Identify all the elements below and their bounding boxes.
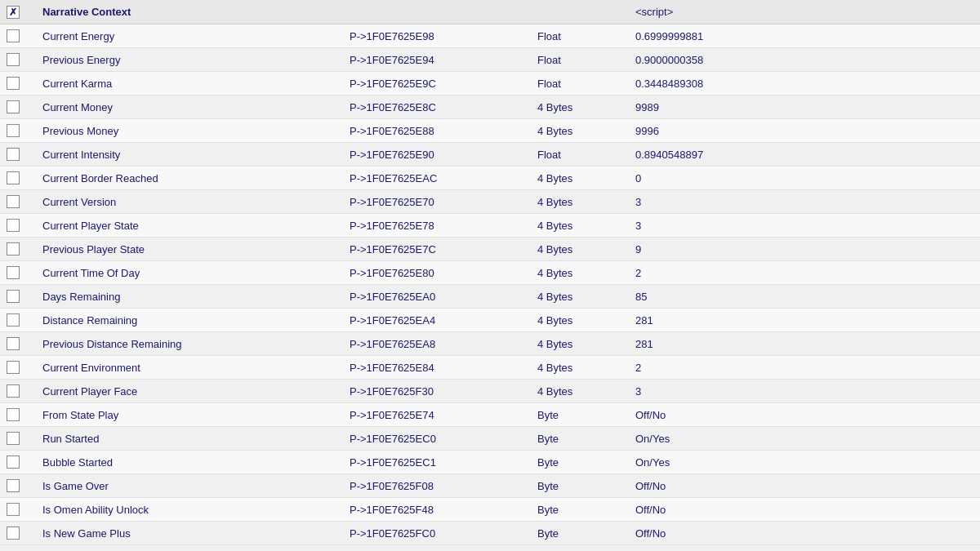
row-check-col [7,148,39,161]
row-name: Run Started [39,433,350,445]
row-name: Current Environment [39,362,350,374]
row-type: Byte [537,433,635,445]
row-name: Current Energy [39,30,350,42]
table-row: Current Energy P->1F0E7625E98 Float 0.69… [0,24,980,48]
row-type: 4 Bytes [537,314,635,327]
row-address: P->1F0E7625E80 [350,267,537,279]
row-value: 0.3448489308 [635,78,980,90]
row-address: P->1F0E7625EA8 [350,338,537,350]
row-value: 3 [635,196,980,208]
row-address: P->1F0E7625E7C [350,243,537,256]
row-address: P->1F0E7625E78 [350,220,537,232]
table-row: Current Border Reached P->1F0E7625EAC 4 … [0,167,980,190]
row-address: P->1F0E7625E70 [350,196,537,208]
row-value: 0.6999999881 [635,30,980,42]
table-row: Days Remaining P->1F0E7625EA0 4 Bytes 85 [0,285,980,309]
row-type: Float [537,149,635,161]
row-value: 3 [635,385,980,398]
row-value: 0.9000000358 [635,54,980,66]
row-check-col [7,124,39,137]
row-checkbox[interactable] [7,479,20,492]
row-name: Is New Game Plus [39,527,350,540]
row-checkbox[interactable] [7,455,20,469]
header-name-label: Narrative Context [42,6,131,18]
row-type: 4 Bytes [537,338,635,350]
row-value: 9 [635,243,980,256]
row-checkbox[interactable] [7,290,20,303]
row-checkbox[interactable] [7,100,20,113]
row-type: 4 Bytes [537,125,635,137]
row-checkbox[interactable] [7,53,20,66]
row-check-col [7,219,39,232]
row-check-col [7,527,39,540]
row-check-col [7,77,39,90]
row-check-col [7,337,39,350]
row-type: Byte [537,409,635,421]
row-address: P->1F0E7625F08 [350,480,537,492]
row-name: Previous Distance Remaining [39,338,350,350]
row-checkbox[interactable] [7,29,20,42]
row-checkbox[interactable] [7,266,20,279]
table-row: Current Time Of Day P->1F0E7625E80 4 Byt… [0,261,980,285]
table-row: Current Version P->1F0E7625E70 4 Bytes 3 [0,190,980,214]
row-type: 4 Bytes [537,101,635,113]
row-value: 2 [635,267,980,279]
row-address: P->1F0E7625E98 [350,30,537,42]
row-checkbox[interactable] [7,219,20,232]
row-value: 0.8940548897 [635,149,980,161]
row-name: From State Play [39,409,350,421]
row-check-col [7,361,39,374]
table-row: Bubble Started P->1F0E7625EC1 Byte On/Ye… [0,451,980,474]
row-value: 9989 [635,101,980,113]
row-address: P->1F0E7625F48 [350,504,537,516]
row-value: 281 [635,314,980,327]
row-type: Byte [537,504,635,516]
row-value: On/Yes [635,433,980,445]
row-checkbox[interactable] [7,408,20,421]
row-name: Days Remaining [39,291,350,303]
table-row: From State Play P->1F0E7625E74 Byte Off/… [0,403,980,427]
row-value: 3 [635,220,980,232]
row-check-col [7,171,39,184]
row-address: P->1F0E7625F30 [350,385,537,398]
row-name: Current Karma [39,78,350,90]
table-container: Narrative Context <script> Current Energ… [0,0,980,545]
row-checkbox[interactable] [7,124,20,137]
row-checkbox[interactable] [7,503,20,516]
table-row: Current Intensity P->1F0E7625E90 Float 0… [0,143,980,167]
row-address: P->1F0E7625E94 [350,54,537,66]
row-value: Off/No [635,527,980,540]
header-value-col: <script> [635,6,980,18]
row-check-col [7,53,39,66]
header-checkbox[interactable] [7,6,20,19]
row-check-col [7,313,39,327]
row-name: Current Player State [39,220,350,232]
row-value: Off/No [635,409,980,421]
row-name: Current Player Face [39,385,350,398]
row-check-col [7,266,39,279]
row-address: P->1F0E7625EC1 [350,456,537,469]
row-type: Float [537,78,635,90]
row-checkbox[interactable] [7,313,20,327]
row-checkbox[interactable] [7,337,20,350]
row-address: P->1F0E7625FC0 [350,527,537,540]
row-type: Float [537,54,635,66]
row-checkbox[interactable] [7,77,20,90]
row-value: 281 [635,338,980,350]
row-value: Off/No [635,480,980,492]
table-row: Is Omen Ability Unlock P->1F0E7625F48 By… [0,498,980,522]
row-checkbox[interactable] [7,361,20,374]
table-row: Current Player Face P->1F0E7625F30 4 Byt… [0,380,980,403]
row-name: Previous Energy [39,54,350,66]
row-checkbox[interactable] [7,242,20,256]
row-checkbox[interactable] [7,384,20,398]
row-name: Current Time Of Day [39,267,350,279]
table-row: Current Money P->1F0E7625E8C 4 Bytes 998… [0,96,980,119]
row-checkbox[interactable] [7,148,20,161]
row-checkbox[interactable] [7,527,20,540]
row-checkbox[interactable] [7,171,20,184]
row-checkbox[interactable] [7,432,20,445]
row-checkbox[interactable] [7,195,20,208]
row-type: 4 Bytes [537,385,635,398]
row-check-col [7,195,39,208]
